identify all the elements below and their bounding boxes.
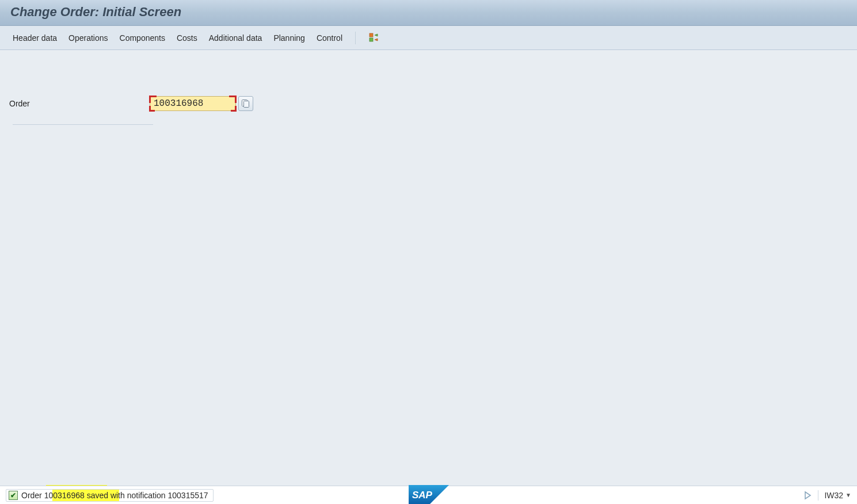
toolbar-components[interactable]: Components [120,33,165,43]
page-title: Change Order: Initial Screen [10,5,847,20]
transaction-code[interactable]: IW32 ▼ [824,491,851,500]
status-message: Order 100316968 saved with notification … [21,491,208,500]
toolbar-header-data[interactable]: Header data [13,33,57,43]
svg-rect-0 [370,33,373,37]
toolbar-operations[interactable]: Operations [68,33,108,43]
toolbar-control[interactable]: Control [317,33,342,43]
nav-arrow-icon[interactable] [804,491,812,500]
chevron-down-icon: ▼ [845,492,851,498]
search-help-icon [242,100,250,108]
toolbar-separator [355,32,356,44]
status-message-box[interactable]: ✔ Order 100316968 saved with notificatio… [6,489,214,502]
label-underline [13,124,153,125]
order-row: Order [7,96,850,111]
transaction-code-text: IW32 [824,491,843,500]
toolbar-costs[interactable]: Costs [177,33,197,43]
status-right: IW32 ▼ [804,490,851,501]
toolbar-planning[interactable]: Planning [273,33,305,43]
success-icon: ✔ [9,491,18,500]
status-divider [818,490,818,501]
order-input-wrap [150,96,253,111]
sap-logo-area: SAP [409,486,449,504]
configure-icon[interactable] [368,32,380,44]
sap-logo-icon: SAP [409,485,449,504]
content-area: Order [0,50,857,485]
svg-text:SAP: SAP [412,490,433,501]
title-bar: Change Order: Initial Screen [0,0,857,26]
svg-rect-3 [244,101,249,108]
application-toolbar: Header data Operations Components Costs … [0,26,857,50]
status-bar: ✔ Order 100316968 saved with notificatio… [0,486,857,504]
svg-rect-1 [370,38,373,41]
order-input[interactable] [150,96,236,111]
order-label: Order [7,99,150,108]
toolbar-additional-data[interactable]: Additional data [209,33,262,43]
search-help-button[interactable] [238,96,253,111]
